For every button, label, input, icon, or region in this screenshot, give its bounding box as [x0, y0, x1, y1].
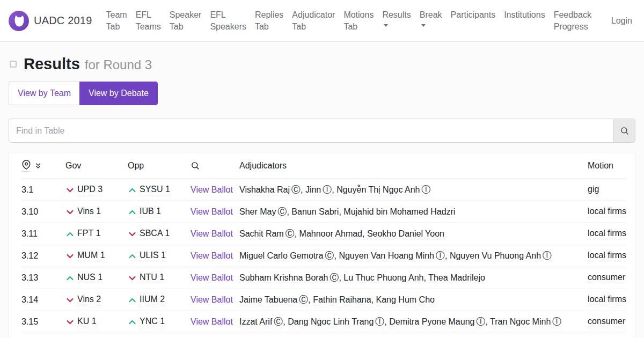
debate-number: 3.12 — [21, 245, 65, 267]
chevron-down-icon — [421, 24, 426, 27]
brand-title: UADC 2019 — [34, 14, 92, 27]
nav-item-results[interactable]: Results — [378, 9, 415, 41]
search-input[interactable] — [9, 119, 613, 143]
ballot-cell: View Ballot — [191, 289, 239, 311]
adjudicator-name: Seokho Daniel Yoon — [367, 229, 444, 239]
login-link[interactable]: Login — [608, 16, 635, 26]
opp-team-cell — [128, 333, 191, 338]
adjudicator-name: Subham Krishna BorahⒸ — [239, 273, 339, 283]
nav-item-efl-speakers[interactable]: EFL Speakers — [206, 9, 251, 41]
adjudicator-trainee-badge: Ⓣ — [543, 251, 552, 261]
view-ballot-link[interactable]: View Ballot — [191, 273, 233, 283]
opp-team-cell: SBCA 1 — [128, 223, 191, 245]
result-chevron-icon — [65, 296, 75, 305]
gov-column-header[interactable]: Gov — [65, 152, 128, 179]
results-table: Gov Opp Adjudicators Motion 3.1 UPD 3 — [9, 152, 635, 338]
adjudicators-cell: Jaime TabuenaⒸ, Fathin Raihana, Kang Hum… — [239, 289, 588, 311]
motion-text: local firms — [588, 229, 626, 239]
result-chevron-icon — [128, 186, 137, 195]
view-ballot-link[interactable]: View Ballot — [191, 295, 233, 305]
ballot-cell: View Ballot — [191, 245, 239, 267]
motion-text: consumer — [588, 273, 625, 283]
adjudicator-name: Sachit RamⒸ — [239, 229, 295, 239]
adjudicator-name: Tran Ngoc MinhⓉ — [490, 317, 561, 327]
search-button[interactable] — [613, 119, 635, 143]
result-chevron-icon — [65, 274, 75, 283]
ballot-column-header[interactable] — [191, 152, 239, 179]
adjudicator-name: Fathin Raihana — [313, 295, 371, 305]
adjudicator-name: Miguel Carlo GemotraⒸ — [239, 251, 334, 261]
motion-text: local firms — [588, 251, 626, 261]
result-chevron-icon — [65, 252, 75, 261]
opp-team-cell: IIUM 2 — [128, 289, 191, 311]
page-subtitle: for Round 3 — [85, 57, 152, 72]
motion-cell: consumer — [588, 267, 626, 289]
adjudicator-name: Banun Sabri — [291, 207, 339, 217]
team-name: ULIS 1 — [140, 251, 166, 261]
debate-number: 3.13 — [21, 267, 65, 289]
result-chevron-icon — [65, 230, 75, 239]
opp-team-cell: NTU 1 — [128, 267, 191, 289]
team-name: NTU 1 — [140, 273, 164, 283]
adjudicators-cell: Sachit RamⒸ, Mahnoor Ahmad, Seokho Danie… — [239, 223, 588, 245]
gov-team-cell: KU 1 — [65, 311, 128, 333]
adjudicator-name: Jaime TabuenaⒸ — [239, 295, 308, 305]
adjudicator-name: Nguyen Van Hoang MinhⓉ — [339, 251, 445, 261]
motion-cell: local firms — [588, 201, 626, 223]
team-name: KU 1 — [77, 317, 97, 327]
opp-team-cell: ULIS 1 — [128, 245, 191, 267]
view-ballot-link[interactable]: View Ballot — [191, 229, 233, 239]
opp-team-cell: IUB 1 — [128, 201, 191, 223]
adjudicator-trainee-badge: Ⓣ — [421, 185, 430, 195]
sort-chevrons-icon — [34, 161, 42, 170]
motion-column-header[interactable]: Motion — [588, 152, 626, 179]
view-ballot-link[interactable]: View Ballot — [191, 185, 233, 195]
nav-item-participants[interactable]: Participants — [447, 9, 500, 41]
main-content: Resultsfor Round 3 View by Team View by … — [0, 56, 644, 338]
brand[interactable]: UADC 2019 — [9, 0, 92, 41]
result-chevron-icon — [128, 208, 137, 217]
adjudicator-chair-badge: Ⓒ — [274, 317, 283, 327]
view-ballot-link[interactable]: View Ballot — [191, 317, 233, 327]
adjudicator-name: Vishakha RajⒸ — [239, 185, 301, 195]
team-name: Vins 2 — [77, 295, 101, 305]
result-chevron-icon — [65, 186, 75, 195]
nav-item-institutions[interactable]: Institutions — [500, 9, 549, 41]
gov-team-cell: FPT 1 — [65, 223, 128, 245]
adjudicators-column-header[interactable]: Adjudicators — [239, 152, 588, 179]
motion-text: local firms — [588, 207, 626, 217]
view-by-debate-button[interactable]: View by Debate — [79, 82, 158, 105]
adjudicator-name: Dang Ngoc Linh TrangⓉ — [288, 317, 384, 327]
debate-number: 3.1 — [21, 179, 65, 201]
result-chevron-icon — [65, 318, 75, 327]
page-header: Resultsfor Round 3 — [10, 56, 635, 73]
venue-sort-header[interactable] — [21, 152, 65, 179]
motion-cell: consumer — [588, 311, 626, 333]
motion-text: local firms — [588, 295, 626, 305]
nav-item-break[interactable]: Break — [415, 9, 447, 41]
map-pin-icon — [21, 160, 31, 170]
nav-item-speaker-tab[interactable]: Speaker Tab — [165, 9, 206, 41]
view-ballot-link[interactable]: View Ballot — [191, 207, 233, 217]
team-name: FPT 1 — [77, 229, 100, 239]
nav-item-motions-tab[interactable]: Motions Tab — [339, 9, 378, 41]
gov-team-cell: MUM 1 — [65, 245, 128, 267]
nav-item-efl-teams[interactable]: EFL Teams — [131, 9, 165, 41]
adjudicator-trainee-badge: Ⓣ — [375, 317, 384, 327]
nav-item-adjudicator-tab[interactable]: Adjudicator Tab — [288, 9, 339, 41]
nav-item-feedback-progress[interactable]: Feedback Progress — [550, 9, 596, 41]
chevron-down-icon — [384, 24, 388, 27]
motion-cell — [588, 333, 626, 338]
adjudicator-name: Mujahid bin Mohamed Hadzri — [343, 207, 455, 217]
adjudicator-trainee-badge: Ⓣ — [323, 185, 332, 195]
view-by-team-button[interactable]: View by Team — [9, 82, 79, 105]
opp-column-header[interactable]: Opp — [128, 152, 191, 179]
view-ballot-link[interactable]: View Ballot — [191, 251, 233, 261]
adjudicator-name: Mahnoor Ahmad — [299, 229, 362, 239]
result-chevron-icon — [65, 208, 75, 217]
nav-item-replies-tab[interactable]: Replies Tab — [251, 9, 288, 41]
result-chevron-icon — [128, 296, 137, 305]
adjudicator-name: Sher MayⒸ — [239, 207, 287, 217]
gov-team-cell: Vins 2 — [65, 289, 128, 311]
nav-item-team-tab[interactable]: Team Tab — [102, 9, 131, 41]
